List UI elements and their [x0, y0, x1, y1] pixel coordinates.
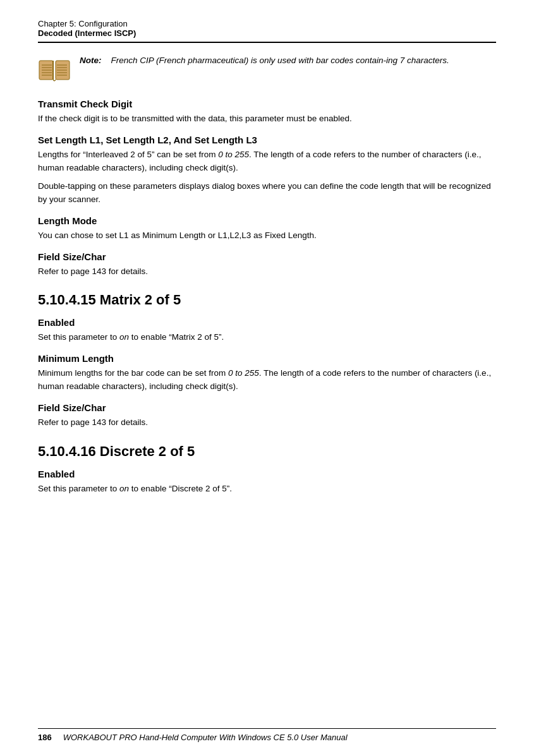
- length-mode-body: You can chose to set L1 as Minimum Lengt…: [38, 229, 496, 243]
- header-section: Decoded (Intermec ISCP): [38, 28, 496, 38]
- note-content: French CIP (French pharmaceutical) is on…: [111, 56, 449, 65]
- page-header: Chapter 5: Configuration Decoded (Interm…: [38, 19, 496, 43]
- matrix-enabled-title: Enabled: [38, 317, 496, 328]
- field-size-char-1-title: Field Size/Char: [38, 251, 496, 262]
- field-size-char-2-body: Refer to page 143 for details.: [38, 416, 496, 429]
- set-length-title: Set Length L1, Set Length L2, And Set Le…: [38, 135, 496, 145]
- length-mode-section: Length Mode You can chose to set L1 as M…: [38, 215, 496, 243]
- header-chapter: Chapter 5: Configuration: [38, 19, 496, 28]
- note-label: Note:: [80, 56, 102, 65]
- page-footer: 186 WORKABOUT PRO Hand-Held Computer Wit…: [38, 728, 496, 742]
- field-size-char-2-section: Field Size/Char Refer to page 143 for de…: [38, 402, 496, 429]
- discrete-enabled-section: Enabled Set this parameter to on to enab…: [38, 469, 496, 496]
- set-length-section: Set Length L1, Set Length L2, And Set Le…: [38, 135, 496, 207]
- minimum-length-body: Minimum lengths for the bar code can be …: [38, 367, 496, 393]
- note-text: Note: French CIP (French pharmaceutical)…: [80, 54, 449, 67]
- set-length-body2: Double-tapping on these parameters displ…: [38, 180, 496, 207]
- minimum-length-section: Minimum Length Minimum lengths for the b…: [38, 353, 496, 393]
- discrete-enabled-body: Set this parameter to on to enable “Disc…: [38, 483, 496, 496]
- page-container: Chapter 5: Configuration Decoded (Interm…: [0, 0, 534, 539]
- footer-text: WORKABOUT PRO Hand-Held Computer With Wi…: [63, 733, 348, 742]
- matrix-2-of-5-title: 5.10.4.15 Matrix 2 of 5: [38, 292, 496, 308]
- matrix-enabled-section: Enabled Set this parameter to on to enab…: [38, 317, 496, 344]
- field-size-char-1-body: Refer to page 143 for details.: [38, 265, 496, 279]
- footer-page-number: 186: [38, 733, 52, 742]
- discrete-2-of-5-section: 5.10.4.16 Discrete 2 of 5 Enabled Set th…: [38, 443, 496, 496]
- transmit-check-digit-title: Transmit Check Digit: [38, 99, 496, 109]
- length-mode-title: Length Mode: [38, 215, 496, 226]
- field-size-char-1-section: Field Size/Char Refer to page 143 for de…: [38, 251, 496, 279]
- discrete-enabled-on: on: [119, 484, 129, 493]
- transmit-check-digit-section: Transmit Check Digit If the check digit …: [38, 99, 496, 126]
- discrete-2-of-5-title: 5.10.4.16 Discrete 2 of 5: [38, 443, 496, 460]
- matrix-enabled-body: Set this parameter to on to enable “Matr…: [38, 331, 496, 344]
- book-icon: [38, 54, 71, 87]
- matrix-2-of-5-section: 5.10.4.15 Matrix 2 of 5 Enabled Set this…: [38, 292, 496, 429]
- set-length-body1: Lengths for “Interleaved 2 of 5” can be …: [38, 148, 496, 175]
- matrix-enabled-on: on: [119, 332, 129, 342]
- set-length-range: 0 to 255: [218, 150, 249, 159]
- transmit-check-digit-body: If the check digit is to be transmitted …: [38, 112, 496, 126]
- discrete-enabled-title: Enabled: [38, 469, 496, 479]
- field-size-char-2-title: Field Size/Char: [38, 402, 496, 413]
- minimum-length-range: 0 to 255: [228, 368, 259, 378]
- note-box: Note: French CIP (French pharmaceutical)…: [38, 54, 496, 87]
- minimum-length-title: Minimum Length: [38, 353, 496, 364]
